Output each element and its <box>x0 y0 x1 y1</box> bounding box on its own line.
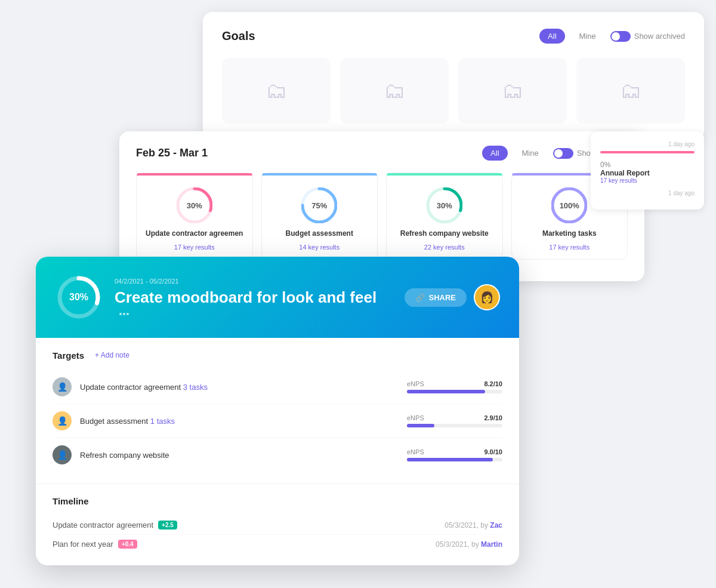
goal-progress-ring-0: 30% <box>177 187 212 223</box>
target-name-3: Refresh company website <box>80 451 399 460</box>
targets-section: Targets + Add note 👤 Update contractor a… <box>36 338 519 484</box>
share-icon: 🔗 <box>415 293 425 302</box>
goal-pct-0: 30% <box>187 201 202 210</box>
goal-card-0[interactable]: 30% Update contractor agreemen 17 key re… <box>136 173 253 260</box>
target-metric-3: eNPS 9.0/10 <box>407 448 502 461</box>
target-metric-2: eNPS 2.9/10 <box>407 414 502 427</box>
goal-progress-ring-3: 100% <box>551 187 587 223</box>
target-tasks-link-1[interactable]: 3 tasks <box>183 383 208 392</box>
target-name-2: Budget assessment 1 tasks <box>80 417 399 426</box>
goal-name-1: Budget assessment <box>286 229 353 238</box>
goals-card: Goals All Mine Show archived 🗂 🗂 🗂 🗂 <box>203 12 704 140</box>
timeline-badge-2: +0.4 <box>118 540 137 549</box>
moodboard-progress-ring: 30% <box>55 273 103 321</box>
timeline-section-header: Timeline <box>53 496 502 506</box>
right-time-ago-1: 1 day ago <box>600 141 695 147</box>
timeline-section: Timeline Update contractor agreement +2.… <box>36 484 519 565</box>
moodboard-card: 30% 04/2/2021 - 05/2/2021 Create moodboa… <box>36 257 519 565</box>
moodboard-pct-text: 30% <box>69 292 88 303</box>
timeline-meta-2: 05/3/2021, by Martin <box>436 540 502 549</box>
goals-filter-all-btn[interactable]: All <box>539 29 564 44</box>
target-item-3: 👤 Refresh company website eNPS 9.0/10 <box>53 438 502 472</box>
goal-top-bar-1 <box>262 173 378 176</box>
folder-item-3[interactable]: 🗂 <box>458 58 567 124</box>
moodboard-date: 04/2/2021 - 05/2/2021 <box>115 278 393 285</box>
right-bar-pink <box>600 151 695 153</box>
goal-sub-1: 14 key results <box>299 244 340 251</box>
goal-name-2: Refresh company website <box>400 229 489 238</box>
moodboard-header-info: 04/2/2021 - 05/2/2021 Create moodboard f… <box>115 278 393 318</box>
target-avatar-3: 👤 <box>53 445 72 464</box>
goal-pct-3: 100% <box>560 201 579 210</box>
goal-sub-2: 22 key results <box>424 244 465 251</box>
weekly-filter-all-btn[interactable]: All <box>482 146 507 161</box>
moodboard-ellipsis[interactable] <box>119 313 129 315</box>
goal-cards-row: 30% Update contractor agreemen 17 key re… <box>136 173 628 260</box>
weekly-card-title: Feb 25 - Mar 1 <box>136 147 208 159</box>
goals-show-archived-toggle[interactable] <box>610 31 631 42</box>
moodboard-actions: 🔗 SHARE 👩 <box>405 284 500 310</box>
metric-bar-fill-3 <box>407 458 493 461</box>
goal-progress-ring-1: 75% <box>301 187 337 223</box>
goal-sub-3: 17 key results <box>549 244 590 251</box>
goal-top-bar-0 <box>137 173 252 176</box>
goal-pct-1: 75% <box>311 201 327 210</box>
goal-name-0: Update contractor agreemen <box>146 229 243 238</box>
timeline-badge-1: +2.5 <box>158 521 177 529</box>
goals-card-header: Goals All Mine Show archived <box>222 29 685 44</box>
goal-pct-2: 30% <box>437 201 452 210</box>
right-time-ago-2: 1 day ago <box>600 190 695 196</box>
folder-item-4[interactable]: 🗂 <box>576 58 685 124</box>
goals-show-archived-label: Show archived <box>610 31 685 42</box>
user-avatar: 👩 <box>474 284 500 310</box>
right-pct: 0% <box>600 161 695 169</box>
target-metric-1: eNPS 8.2/10 <box>407 380 502 393</box>
folder-icon-4: 🗂 <box>620 78 641 103</box>
goals-card-title: Goals <box>222 29 255 43</box>
metric-bar-bg-1 <box>407 390 502 393</box>
targets-title: Targets <box>53 350 84 361</box>
targets-section-header: Targets + Add note <box>53 350 502 361</box>
target-name-1: Update contractor agreement 3 tasks <box>80 383 399 392</box>
moodboard-title: Create moodboard for look and feel <box>115 288 393 307</box>
right-goal-sub: 17 key results <box>600 177 695 184</box>
goals-filter-mine-btn[interactable]: Mine <box>571 29 604 44</box>
goal-card-2[interactable]: 30% Refresh company website 22 key resul… <box>386 173 503 260</box>
weekly-show-archived-toggle[interactable] <box>553 148 573 159</box>
target-avatar-2: 👤 <box>53 411 72 430</box>
target-tasks-link-2[interactable]: 1 tasks <box>150 417 175 426</box>
folder-icon-3: 🗂 <box>502 78 523 103</box>
right-small-card: 1 day ago 0% Annual Report 17 key result… <box>591 131 704 210</box>
folder-icon-2: 🗂 <box>384 78 405 103</box>
goal-card-1[interactable]: 75% Budget assessment 14 key results <box>261 173 378 260</box>
right-goal-name: Annual Report <box>600 169 695 177</box>
metric-bar-bg-3 <box>407 458 502 461</box>
timeline-meta-1: 05/3/2021, by Zac <box>445 521 502 529</box>
timeline-title: Timeline <box>53 496 89 506</box>
goal-top-bar-2 <box>387 173 502 176</box>
metric-bar-fill-2 <box>407 424 434 427</box>
add-note-button[interactable]: + Add note <box>90 350 134 361</box>
target-avatar-1: 👤 <box>53 377 72 396</box>
goal-name-3: Marketing tasks <box>542 229 597 238</box>
timeline-item-2: Plan for next year +0.4 05/3/2021, by Ma… <box>53 535 502 553</box>
weekly-card-header: Feb 25 - Mar 1 All Mine Show archived <box>136 146 628 161</box>
folder-item-2[interactable]: 🗂 <box>340 58 449 124</box>
weekly-filter-mine-btn[interactable]: Mine <box>514 146 547 161</box>
target-item-2: 👤 Budget assessment 1 tasks eNPS 2.9/10 <box>53 404 502 438</box>
target-item-1: 👤 Update contractor agreement 3 tasks eN… <box>53 370 502 404</box>
timeline-item-1: Update contractor agreement +2.5 05/3/20… <box>53 516 502 535</box>
timeline-item-name-1: Update contractor agreement +2.5 <box>53 521 177 529</box>
folder-icon-1: 🗂 <box>266 78 287 103</box>
timeline-item-name-2: Plan for next year +0.4 <box>53 540 137 549</box>
moodboard-header: 30% 04/2/2021 - 05/2/2021 Create moodboa… <box>36 257 519 338</box>
goal-progress-ring-2: 30% <box>427 187 462 223</box>
metric-bar-bg-2 <box>407 424 502 427</box>
goals-filter-group: All Mine Show archived <box>539 29 685 44</box>
folder-item-1[interactable]: 🗂 <box>222 58 331 124</box>
goals-folder-row: 🗂 🗂 🗂 🗂 <box>222 58 685 124</box>
goal-sub-0: 17 key results <box>174 244 215 251</box>
metric-bar-fill-1 <box>407 390 485 393</box>
share-button[interactable]: 🔗 SHARE <box>405 288 467 307</box>
